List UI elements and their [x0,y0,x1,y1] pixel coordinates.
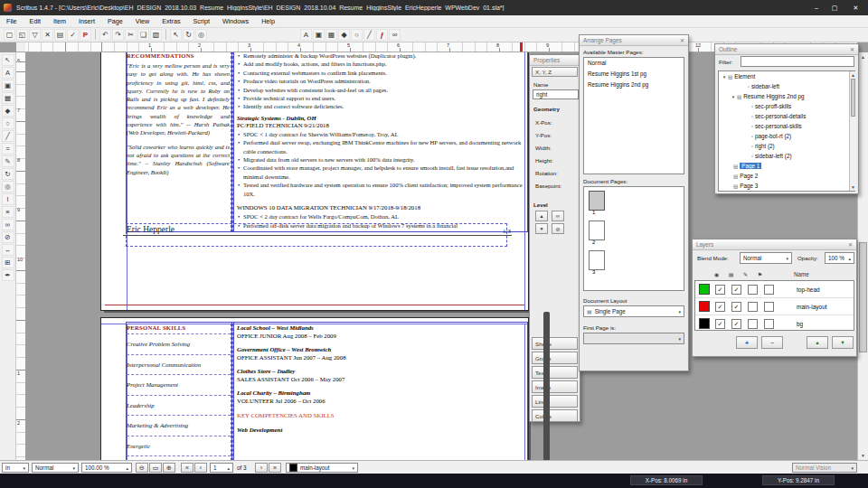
item-name-field[interactable]: right [533,89,579,99]
filter-input[interactable] [741,56,854,67]
outline-item-sec-personal-details[interactable]: ▫ sec-personal-details [719,111,854,121]
page-2[interactable]: PERSONAL SKILLS Creative Problem Solving… [101,318,528,460]
arrange-pages-titlebar[interactable]: Arrange Pages ✕ [580,35,688,46]
close-document-icon[interactable]: ✕ [42,29,53,41]
select-tool-icon[interactable]: ↖ [2,54,14,66]
outline-item-master-2nd-pg[interactable]: ▾ ▤ Resume Higgins 2nd pg [719,91,854,101]
close-icon[interactable]: ✕ [850,46,854,52]
scroll-up-icon[interactable]: ▲ [858,54,868,60]
delete-layer-button[interactable]: − [761,336,783,349]
outline-item-right[interactable]: ▫ right (2) [719,141,854,151]
opacity-spinner[interactable]: 100 % ▴ [825,252,854,264]
select-item-icon[interactable]: ↖ [170,29,182,41]
scrollbar-thumb[interactable] [851,79,855,117]
lower-layer-button[interactable]: ▼ [832,336,854,349]
render-frame-icon[interactable]: ƒ [376,29,388,41]
outline-item-page-1[interactable]: ▤ Page 1 [719,161,854,171]
page-number-spinner[interactable]: 1 ▴ [210,463,233,473]
level-down-button[interactable]: ▼ [535,223,548,234]
cut-icon[interactable]: ✂ [125,29,137,41]
outline-item-element[interactable]: ▾ ▤ Element [719,71,854,81]
image-frame-tool-icon[interactable]: ▣ [2,80,14,91]
print-icon[interactable]: ▤ [54,29,66,41]
layer-lock-checkbox[interactable] [748,319,758,329]
layer-name[interactable]: bg [797,321,803,327]
blend-mode-select[interactable]: Normal ▾ [740,252,792,264]
open-document-icon[interactable]: ◱ [16,29,28,41]
menu-insert[interactable]: Insert [72,15,101,27]
outline-tree[interactable]: ▾ ▤ Element ▫ sidebar-left ▾ ▤ Resume Hi… [718,70,855,192]
layers-palette-titlebar[interactable]: Layers ✕ [693,239,856,250]
new-document-icon[interactable]: ▢ [4,29,15,41]
menu-windows[interactable]: Windows [216,15,255,27]
zoom-tool-icon[interactable]: ◎ [195,29,207,41]
page-thumbnail-1[interactable] [589,191,605,211]
layer-color-swatch[interactable] [699,301,710,312]
zoom-100-button[interactable]: ▭ [149,463,162,473]
experience-column[interactable]: Remotely administer & backup WordPress w… [237,52,523,230]
layer-flow-checkbox[interactable] [764,319,774,329]
layer-flow-checkbox[interactable] [764,302,774,312]
menu-view[interactable]: View [129,15,156,27]
layer-color-swatch[interactable] [699,284,710,295]
next-page-button[interactable]: › [255,463,268,473]
last-page-button[interactable]: » [269,463,281,473]
tab-shape[interactable]: Shape [532,337,578,350]
measure-tool-icon[interactable]: ↔ [2,244,14,256]
first-page-button[interactable]: « [181,463,193,473]
layer-row-bg[interactable]: ✓ ✓ bg [695,315,854,331]
personal-skills-column[interactable]: PERSONAL SKILLS Creative Problem Solving… [127,324,231,456]
rotate-item-icon[interactable]: ↻ [183,29,194,41]
menu-page[interactable]: Page [101,15,129,27]
layer-lock-checkbox[interactable] [748,285,758,295]
bezier-tool-icon[interactable]: ≈ [2,143,14,155]
insert-polygon-icon[interactable]: ○ [351,29,363,41]
add-layer-button[interactable]: + [736,336,758,349]
layer-row-top-head[interactable]: ✓ ✓ top-head [695,281,854,298]
outline-item-sidebar-left[interactable]: ▫ sidebar-left [719,81,854,91]
first-page-select[interactable]: ▾ [583,333,684,344]
layer-flow-checkbox[interactable] [764,285,774,295]
layer-name[interactable]: top-head [797,286,820,293]
scroll-down-icon[interactable]: ▼ [850,184,856,190]
properties-palette-titlebar[interactable]: Properties [530,55,580,66]
current-layer-select[interactable]: main-layout ▾ [286,463,358,473]
tab-line[interactable]: Line [532,395,578,408]
page-thumbnail-2[interactable] [589,221,605,240]
close-icon[interactable]: ✕ [848,241,853,248]
master-page-item[interactable]: Normal [584,58,684,69]
tab-xyz[interactable]: X, Y, Z [532,67,578,77]
layer-visible-checkbox[interactable]: ✓ [715,302,725,312]
menu-extras[interactable]: Extras [156,15,186,27]
insert-line-icon[interactable]: ╱ [363,29,375,41]
master-page-item[interactable]: Resume Higgins 1st pg [584,69,684,80]
windows-taskbar[interactable]: X-Pos: 8.0069 in Y-Pos: 9.2847 in [0,474,868,488]
link-text-frames-icon[interactable]: ∞ [389,29,401,41]
vision-mode-select[interactable]: Normal Vision ▾ [792,463,857,473]
spinner-arrows-icon[interactable]: ▴ [848,256,851,261]
insert-text-frame-icon[interactable]: A [300,29,312,41]
freehand-tool-icon[interactable]: ✎ [2,155,14,167]
insert-image-frame-icon[interactable]: ▣ [313,29,325,41]
layer-lock-checkbox[interactable] [748,302,758,312]
menu-help[interactable]: Help [255,15,281,27]
undo-icon[interactable]: ↶ [99,29,111,41]
story-editor-tool-icon[interactable]: ≡ [2,206,14,218]
menu-item[interactable]: Item [47,15,72,27]
tab-text[interactable]: Text [532,366,578,379]
outline-item-sidebar-left-2[interactable]: ▫ sidebar-left (2) [719,151,854,161]
rotate-tool-icon[interactable]: ↻ [2,168,14,180]
insert-table-icon[interactable]: ▦ [326,29,337,41]
page-1[interactable]: RECOMMENDATIONS "Eric is a very mellow p… [101,52,528,310]
document-pages-area[interactable]: 1 2 3 [583,186,684,291]
quality-select[interactable]: Normal ▾ [32,463,79,473]
expander-icon[interactable]: ▾ [721,74,728,80]
spinner-arrows-icon[interactable]: ▴ [227,465,230,471]
close-button[interactable]: ✕ [844,0,868,15]
scroll-down-icon[interactable]: ▼ [858,453,868,458]
edit-contents-tool-icon[interactable]: I [2,193,14,205]
insert-shape-icon[interactable]: ◆ [338,29,350,41]
menu-edit[interactable]: Edit [24,15,47,27]
tab-image[interactable]: Image [532,380,578,393]
outline-scrollbar[interactable]: ▲ ▼ [849,71,856,191]
